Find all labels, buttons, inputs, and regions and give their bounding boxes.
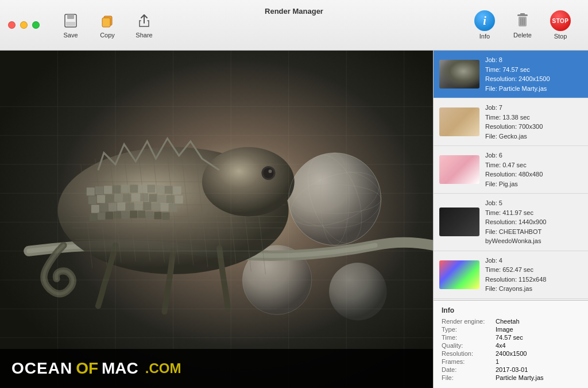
jobs-list: Job: 8 Time: 74.57 sec Resolution: 2400x… bbox=[434, 51, 588, 300]
job-thumbnail-4 bbox=[439, 260, 479, 289]
info-button[interactable]: i Info bbox=[466, 6, 503, 44]
delete-label: Delete bbox=[513, 32, 532, 39]
titlebar: Save Copy Share Render Man bbox=[0, 0, 588, 51]
job-7-line3: Resolution: 700x300 bbox=[485, 122, 543, 132]
info-type-val: Image bbox=[496, 326, 513, 333]
svg-point-16 bbox=[329, 263, 387, 321]
info-row-date: Date: 2017-03-01 bbox=[442, 366, 580, 373]
delete-button[interactable]: Delete bbox=[505, 7, 540, 43]
svg-rect-2 bbox=[66, 22, 75, 26]
watermark: OCEAN OF MAC .COM bbox=[0, 349, 433, 388]
info-engine-label: Render engine: bbox=[442, 318, 493, 325]
info-time-label: Time: bbox=[442, 334, 493, 341]
job-info-5: Job: 5 Time: 411.97 sec Resolution: 1440… bbox=[485, 198, 546, 246]
job-6-line4: File: Pig.jas bbox=[485, 179, 543, 189]
job-5-line3: Resolution: 1440x900 bbox=[485, 217, 546, 227]
job-item-7[interactable]: Job: 7 Time: 13.38 sec Resolution: 700x3… bbox=[434, 98, 588, 146]
info-row-file: File: Particle Marty.jas bbox=[442, 374, 580, 381]
preview-panel: OCEAN OF MAC .COM bbox=[0, 51, 433, 388]
svg-rect-45 bbox=[87, 187, 95, 195]
job-item-5[interactable]: Job: 5 Time: 411.97 sec Resolution: 1440… bbox=[434, 194, 588, 251]
window-controls bbox=[0, 21, 40, 29]
info-resolution-val: 2400x1500 bbox=[496, 350, 527, 357]
save-label: Save bbox=[63, 32, 78, 39]
copy-icon bbox=[98, 11, 117, 30]
svg-rect-56 bbox=[88, 196, 96, 204]
job-item-4[interactable]: Job: 4 Time: 652.47 sec Resolution: 1152… bbox=[434, 251, 588, 299]
job-4-line2: Time: 652.47 sec bbox=[485, 265, 546, 275]
svg-rect-80 bbox=[114, 211, 121, 218]
svg-rect-49 bbox=[121, 185, 129, 193]
svg-rect-66 bbox=[175, 195, 183, 203]
svg-rect-54 bbox=[165, 186, 173, 194]
window-title: Render Manager bbox=[265, 7, 323, 16]
job-item-8[interactable]: Job: 8 Time: 74.57 sec Resolution: 2400x… bbox=[434, 51, 588, 98]
job-info-6: Job: 6 Time: 0.47 sec Resolution: 480x48… bbox=[485, 151, 543, 189]
svg-rect-4 bbox=[102, 18, 110, 27]
info-frames-val: 1 bbox=[496, 358, 499, 365]
info-panel: Info Render engine: Cheetah Type: Image … bbox=[434, 300, 588, 388]
svg-rect-79 bbox=[106, 212, 113, 219]
job-5-line1: Job: 5 bbox=[485, 198, 546, 208]
info-quality-label: Quality: bbox=[442, 342, 493, 349]
job-thumbnail-6 bbox=[439, 155, 479, 184]
svg-rect-72 bbox=[134, 202, 142, 210]
svg-rect-77 bbox=[90, 213, 97, 221]
info-quality-val: 4x4 bbox=[496, 342, 506, 349]
job-info-8: Job: 8 Time: 74.57 sec Resolution: 2400x… bbox=[485, 55, 550, 93]
info-row-time: Time: 74.57 sec bbox=[442, 334, 580, 341]
svg-rect-62 bbox=[140, 193, 148, 201]
job-8-line2: Time: 74.57 sec bbox=[485, 65, 550, 75]
info-time-val: 74.57 sec bbox=[496, 334, 523, 341]
svg-rect-78 bbox=[98, 212, 105, 220]
svg-rect-48 bbox=[113, 185, 121, 193]
svg-point-41 bbox=[202, 147, 295, 217]
toolbar: Save Copy Share bbox=[40, 7, 161, 43]
maximize-button[interactable] bbox=[32, 21, 40, 29]
info-frames-label: Frames: bbox=[442, 358, 493, 365]
svg-rect-63 bbox=[149, 194, 157, 202]
minimize-button[interactable] bbox=[20, 21, 28, 29]
info-type-label: Type: bbox=[442, 326, 493, 333]
save-button[interactable]: Save bbox=[53, 7, 88, 43]
job-6-line2: Time: 0.47 sec bbox=[485, 160, 543, 170]
svg-rect-60 bbox=[123, 194, 131, 202]
stop-label: Stop bbox=[554, 33, 567, 40]
svg-rect-74 bbox=[152, 202, 160, 210]
job-4-line3: Resolution: 1152x648 bbox=[485, 275, 546, 285]
svg-rect-47 bbox=[104, 186, 112, 194]
watermark-of: OF bbox=[76, 359, 98, 378]
svg-rect-58 bbox=[106, 194, 114, 202]
svg-point-43 bbox=[263, 168, 273, 178]
watermark-com: .COM bbox=[145, 360, 181, 377]
stop-button[interactable]: STOP Stop bbox=[542, 6, 579, 44]
close-button[interactable] bbox=[8, 21, 16, 29]
job-thumbnail-7 bbox=[439, 107, 479, 136]
svg-rect-6 bbox=[520, 13, 525, 15]
job-thumbnail-8 bbox=[439, 60, 479, 89]
svg-rect-85 bbox=[154, 212, 161, 219]
info-file-val: Particle Marty.jas bbox=[496, 374, 544, 381]
right-panel: Job: 8 Time: 74.57 sec Resolution: 2400x… bbox=[433, 51, 588, 388]
job-6-line3: Resolution: 480x480 bbox=[485, 170, 543, 179]
info-row-resolution: Resolution: 2400x1500 bbox=[442, 350, 580, 357]
info-date-val: 2017-03-01 bbox=[496, 366, 528, 373]
svg-rect-57 bbox=[97, 195, 105, 203]
job-7-line2: Time: 13.38 sec bbox=[485, 113, 543, 122]
copy-label: Copy bbox=[100, 32, 115, 39]
stop-icon: STOP bbox=[550, 10, 571, 31]
job-5-line4: File: CHEETAHBOT bbox=[485, 227, 546, 237]
share-button[interactable]: Share bbox=[127, 7, 161, 43]
info-resolution-label: Resolution: bbox=[442, 350, 493, 357]
watermark-ocean: OCEAN bbox=[11, 359, 72, 378]
svg-rect-53 bbox=[156, 185, 164, 193]
svg-rect-84 bbox=[146, 211, 153, 218]
job-item-6[interactable]: Job: 6 Time: 0.47 sec Resolution: 480x48… bbox=[434, 146, 588, 194]
render-visual: OCEAN OF MAC .COM bbox=[0, 51, 433, 388]
save-icon bbox=[61, 11, 80, 30]
info-row-frames: Frames: 1 bbox=[442, 358, 580, 365]
svg-rect-70 bbox=[117, 202, 125, 210]
svg-rect-50 bbox=[130, 185, 138, 193]
info-row-engine: Render engine: Cheetah bbox=[442, 318, 580, 325]
copy-button[interactable]: Copy bbox=[90, 7, 125, 43]
